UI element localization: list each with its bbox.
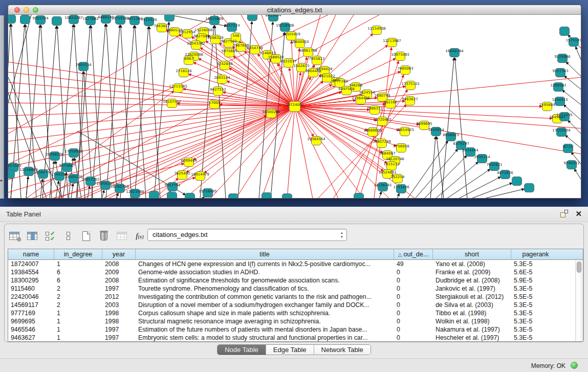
column-header-year[interactable]: year (102, 249, 136, 259)
graph-node[interactable] (185, 193, 195, 199)
window-titlebar[interactable]: citations_edges.txt (8, 5, 581, 15)
table-cell[interactable]: 22420046 (8, 293, 54, 301)
table-body[interactable]: 1872400712008Changes of HCN gene express… (8, 260, 583, 342)
citation-edge-black[interactable] (102, 190, 104, 198)
table-cell[interactable]: Estimation of the future numbers of pati… (136, 325, 394, 334)
table-cell[interactable]: 0 (394, 301, 433, 309)
citation-edge-red[interactable] (295, 106, 368, 130)
table-cell[interactable]: 1 (54, 317, 102, 325)
citation-edge-red[interactable] (295, 106, 338, 198)
table-cell[interactable]: 0 (394, 317, 433, 325)
table-cell[interactable]: 0 (394, 334, 433, 342)
graph-node[interactable] (229, 194, 238, 199)
table-cell[interactable]: Wolkin et al. (1998) (433, 317, 511, 325)
table-row[interactable]: 1938455462009Genome-wide association stu… (8, 268, 583, 276)
table-cell[interactable]: 2008 (102, 276, 136, 285)
table-cell[interactable]: 0 (394, 268, 433, 276)
citation-edge-black[interactable] (459, 177, 500, 198)
table-cell[interactable]: 1998 (102, 317, 136, 325)
panel-collapse-arrow-icon[interactable]: ▸ (1, 178, 3, 183)
table-cell[interactable]: 5.3E-5 (511, 317, 560, 325)
table-scrollbar[interactable] (575, 260, 582, 341)
citation-edge-red[interactable] (8, 106, 295, 154)
column-settings-button[interactable] (26, 229, 39, 243)
citation-edge-black[interactable] (576, 47, 581, 62)
column-header-short[interactable]: short (433, 249, 511, 259)
graph-node[interactable] (525, 184, 534, 192)
table-cell[interactable]: 0 (394, 293, 433, 301)
table-cell[interactable]: 5.6E-5 (511, 268, 560, 276)
table-cell[interactable]: 6 (54, 268, 102, 276)
citation-edge-red[interactable] (8, 82, 295, 106)
citation-edge-black[interactable] (574, 169, 581, 181)
citation-edge-black[interactable] (92, 24, 105, 198)
table-tabs[interactable]: Node TableEdge TableNetwork Table (217, 344, 371, 355)
table-cell[interactable]: 0 (394, 309, 433, 317)
graph-node[interactable] (262, 193, 272, 199)
table-cell[interactable]: 1998 (102, 309, 136, 317)
citation-edge-red[interactable] (193, 106, 295, 160)
citation-edge-black[interactable] (91, 26, 102, 198)
citation-edge-black[interactable] (430, 137, 435, 198)
graph-node[interactable] (8, 15, 16, 24)
table-cell[interactable]: Corpus callosum shape and size in male p… (136, 309, 394, 317)
table-row[interactable]: 1830029562008Estimation of significance … (8, 276, 583, 285)
table-cell[interactable]: Investigating the contribution of common… (136, 293, 394, 301)
table-cell[interactable]: 2008 (102, 260, 136, 268)
citation-edge-black[interactable] (26, 177, 28, 198)
citation-edge-red[interactable] (8, 103, 295, 106)
clear-selection-button[interactable] (61, 229, 75, 243)
citation-edge-red[interactable] (295, 106, 581, 128)
table-cell[interactable]: Franke et al. (2009) (433, 268, 511, 276)
table-cell[interactable]: 0 (394, 276, 433, 285)
citation-edge-red[interactable] (8, 106, 295, 116)
table-cell[interactable]: 5.3E-5 (511, 285, 560, 293)
tab-edge-table[interactable]: Edge Table (266, 345, 314, 355)
table-cell[interactable]: de Silva et al. (2003) (433, 301, 511, 309)
close-panel-icon[interactable]: ✕ (575, 210, 582, 217)
citation-edge-black[interactable] (415, 149, 458, 198)
table-cell[interactable]: 1997 (102, 334, 136, 342)
table-cell[interactable]: 5.3E-5 (511, 309, 560, 317)
table-cell[interactable]: 5.3E-5 (511, 301, 560, 309)
table-cell[interactable]: Tourette syndrome. Phenomenology and cla… (136, 285, 394, 293)
citation-edge-black[interactable] (379, 192, 381, 198)
table-cell[interactable]: 18300295 (8, 276, 54, 285)
graph-node[interactable] (354, 193, 364, 199)
table-source-dropdown[interactable]: citations_edges.txt ▲▼ (147, 229, 347, 241)
table-row[interactable]: 2242004622012Investigating the contribut… (8, 293, 583, 301)
network-canvas[interactable]: 1872400774638228660128591295415226058982… (8, 15, 581, 198)
table-cell[interactable]: Yano et al. (2008) (433, 260, 511, 268)
table-cell[interactable]: Jankovic et al. (1997) (433, 285, 511, 293)
table-cell[interactable]: 1997 (102, 325, 136, 334)
citation-edge-red[interactable] (295, 106, 364, 198)
table-cell[interactable]: 2003 (102, 301, 136, 309)
table-cell[interactable]: Genome-wide association studies in ADHD. (136, 268, 394, 276)
graph-node[interactable] (512, 177, 522, 186)
column-header-name[interactable]: name (8, 249, 54, 259)
table-cell[interactable]: Estimation of significance thresholds fo… (136, 276, 394, 285)
table-scrollbar-thumb[interactable] (577, 261, 581, 273)
table-cell[interactable]: Stergiakouli et al. (2012) (433, 293, 511, 301)
table-row[interactable]: 946554611997Estimation of the future num… (8, 325, 583, 334)
tab-node-table[interactable]: Node Table (217, 345, 266, 355)
table-cell[interactable]: 5.3E-5 (511, 260, 560, 268)
table-cell[interactable]: 14569117 (8, 301, 54, 309)
table-cell[interactable]: Tibbo et al. (1998) (433, 309, 511, 317)
function-builder-button[interactable]: f(x) (133, 229, 146, 243)
citation-edge-black[interactable] (397, 193, 399, 198)
table-cell[interactable]: 5.9E-5 (511, 276, 560, 285)
table-cell[interactable]: 1 (54, 325, 102, 334)
citation-edge-black[interactable] (484, 189, 524, 198)
citation-network-graph[interactable]: 1872400774638228660128591295415226058982… (8, 15, 581, 198)
table-cell[interactable]: 18724007 (8, 260, 54, 268)
table-cell[interactable]: 1997 (102, 285, 136, 293)
table-row[interactable]: 977716911998Corpus callosum shape and si… (8, 309, 583, 317)
table-cell[interactable]: Dudbridge et al. (2008) (433, 276, 511, 285)
table-cell[interactable]: 6 (54, 276, 102, 285)
table-row[interactable]: 1456911722003Disruption of a novel membe… (8, 301, 583, 309)
citation-edge-red[interactable] (8, 106, 295, 192)
table-cell[interactable]: 0 (394, 285, 433, 293)
citation-edge-red[interactable] (295, 106, 552, 119)
table-cell[interactable]: Disruption of a novel member of a sodium… (136, 301, 394, 309)
